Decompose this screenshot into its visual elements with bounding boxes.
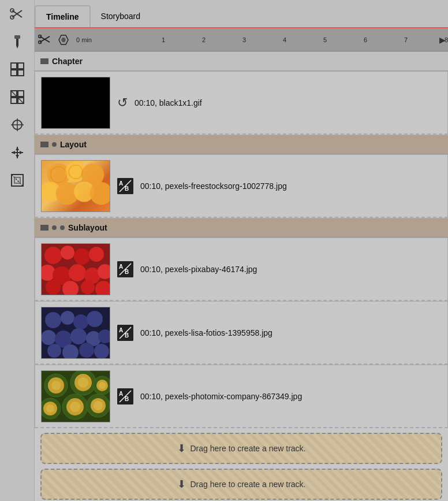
media-item-orange[interactable]: A B 00:10, pexels-freestocksorg-1002778.…: [35, 154, 448, 218]
svg-point-54: [69, 264, 86, 281]
svg-rect-10: [18, 70, 24, 76]
svg-point-70: [42, 330, 56, 345]
ruler-mark-7: 7: [404, 36, 408, 43]
sublayout-dot2: [60, 225, 65, 230]
svg-point-92: [46, 404, 54, 413]
media-info-blueberry: 00:10, pexels-lisa-fotios-1395958.jpg: [140, 328, 272, 337]
sublayout-dot1: [52, 225, 57, 230]
ab-badge-kiwi: A B: [117, 388, 133, 404]
drag-down-icon-1: ⬇: [177, 442, 186, 455]
marker-icon[interactable]: [6, 30, 29, 53]
tab-storyboard[interactable]: Storyboard: [91, 5, 151, 27]
svg-point-69: [87, 311, 103, 327]
ruler-mark-3: 3: [242, 36, 246, 43]
svg-rect-8: [18, 63, 24, 69]
svg-point-49: [61, 246, 74, 259]
svg-point-59: [81, 280, 95, 294]
media-filename-strawberry: 00:10, pexels-pixabay-46174.jpg: [140, 265, 257, 274]
thumb-orange: [41, 160, 110, 212]
media-info-orange: 00:10, pexels-freestocksorg-1002778.jpg: [140, 181, 287, 191]
svg-line-26: [12, 175, 23, 186]
sublayout-collapse-icon[interactable]: [40, 225, 48, 231]
crosshair-icon[interactable]: [6, 113, 29, 136]
drag-zone-2[interactable]: ⬇ Drag here to create a new track.: [40, 469, 442, 500]
svg-point-68: [73, 314, 88, 329]
media-item-strawberry[interactable]: A B 00:10, pexels-pixabay-46174.jpg: [35, 237, 448, 301]
sublayout-header: Sublayout: [35, 218, 448, 237]
svg-point-77: [79, 343, 94, 358]
svg-point-48: [44, 247, 62, 264]
svg-marker-5: [16, 46, 18, 49]
svg-point-51: [89, 247, 104, 262]
left-toolbar: [0, 0, 35, 501]
loop-icon: ↺: [117, 95, 128, 110]
svg-point-67: [61, 311, 74, 325]
svg-point-50: [74, 248, 90, 265]
tab-timeline[interactable]: Timeline: [35, 5, 91, 27]
ruler-split-icon[interactable]: [55, 32, 72, 48]
svg-text:A: A: [119, 391, 123, 397]
svg-point-78: [94, 344, 109, 359]
chapter-collapse-icon[interactable]: [40, 58, 48, 64]
arrows-icon[interactable]: [6, 141, 29, 164]
media-info-strawberry: 00:10, pexels-pixabay-46174.jpg: [140, 265, 257, 274]
svg-text:A: A: [119, 180, 123, 187]
media-item-black1x1[interactable]: ↺ 00:10, black1x1.gif: [35, 71, 448, 135]
chapter-header: Chapter: [35, 51, 448, 71]
ruler-razor-icon[interactable]: [37, 32, 53, 48]
media-item-kiwi[interactable]: A B 00:10, pexels-photomix-company-86734…: [35, 365, 448, 428]
thumb-kiwi: [41, 370, 110, 422]
svg-point-75: [47, 344, 61, 358]
ruler-mark-6: 6: [364, 36, 367, 43]
layout-header: Layout: [35, 135, 448, 154]
media-filename-kiwi: 00:10, pexels-photomix-company-867349.jp…: [140, 392, 302, 401]
media-info-black1x1: 00:10, black1x1.gif: [135, 98, 202, 107]
svg-point-101: [99, 382, 106, 389]
svg-rect-7: [11, 63, 17, 69]
layout-collapse-icon[interactable]: [40, 142, 48, 147]
ruler-mark-2: 2: [202, 36, 206, 43]
svg-rect-12: [18, 91, 24, 97]
ruler-scroll-right[interactable]: ▶: [437, 28, 448, 51]
svg-point-86: [51, 381, 61, 390]
svg-marker-33: [61, 38, 66, 42]
drag-zone-label-1: Drag here to create a new track.: [191, 444, 306, 453]
ruler-scale: 1 2 3 4 5 6 7 8 9: [127, 28, 448, 51]
media-info-kiwi: 00:10, pexels-photomix-company-867349.jp…: [140, 392, 302, 401]
group-icon[interactable]: [6, 58, 29, 81]
svg-rect-6: [14, 35, 20, 39]
ruler-time-label: 0 min: [76, 36, 92, 43]
media-filename-blueberry: 00:10, pexels-lisa-fotios-1395958.jpg: [140, 328, 272, 337]
ruler-mark-5: 5: [323, 36, 327, 43]
drag-zone-1[interactable]: ⬇ Drag here to create a new track.: [40, 433, 442, 464]
svg-point-57: [46, 280, 61, 295]
ruler-row: 0 min 1 2 3 4 5 6 7 8 9 ▶: [35, 28, 448, 51]
svg-rect-27: [14, 177, 20, 183]
ruler-tools: [35, 32, 81, 48]
svg-rect-25: [12, 175, 23, 186]
svg-marker-23: [12, 151, 15, 154]
layout-label: Layout: [60, 140, 87, 149]
main-area: Timeline Storyboard: [35, 0, 448, 501]
ruler-mark-1: 1: [162, 36, 165, 43]
svg-marker-22: [16, 155, 19, 158]
ab-badge-blueberry: A B: [117, 325, 133, 341]
svg-point-72: [70, 328, 87, 344]
drag-down-icon-2: ⬇: [177, 478, 186, 491]
resize-icon[interactable]: [6, 169, 29, 192]
ungroup-icon[interactable]: [6, 86, 29, 109]
media-filename-orange: 00:10, pexels-freestocksorg-1002778.jpg: [140, 181, 287, 191]
ab-badge-orange: A B: [117, 178, 133, 194]
svg-point-95: [70, 402, 80, 412]
chapter-label: Chapter: [52, 57, 83, 66]
drag-zone-label-2: Drag here to create a new track.: [191, 480, 306, 489]
svg-text:A: A: [119, 264, 123, 270]
media-item-blueberry[interactable]: A B 00:10, pexels-lisa-fotios-1395958.jp…: [35, 301, 448, 365]
svg-marker-24: [20, 151, 23, 154]
thumb-blueberry: [41, 307, 110, 359]
tab-bar: Timeline Storyboard: [35, 0, 448, 28]
razor-icon[interactable]: [6, 2, 29, 25]
sublayout-label: Sublayout: [68, 223, 107, 232]
layout-dot: [52, 142, 57, 147]
thumb-black1x1: [41, 77, 110, 129]
